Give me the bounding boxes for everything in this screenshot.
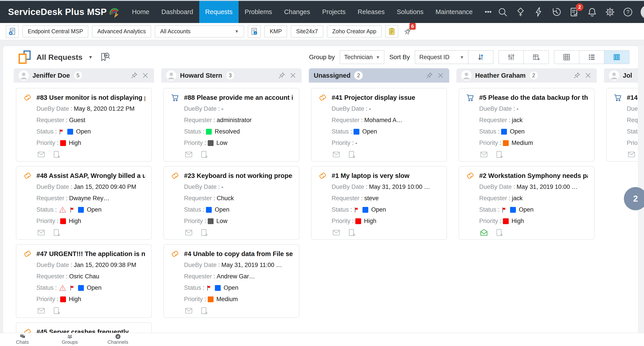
send-mail-icon[interactable]	[479, 150, 488, 159]
accounts-dropdown[interactable]: All Accounts ▼	[155, 25, 244, 37]
request-title[interactable]: #2 Workstation Symphony needs patch u…	[479, 172, 588, 179]
history-icon[interactable]	[551, 7, 562, 17]
request-card[interactable]: #23 Keyboard is not working properly Due…	[164, 166, 300, 240]
request-card[interactable]: #47 URGENT!!! The application is not sta…	[16, 244, 152, 318]
add-note-icon[interactable]	[494, 228, 504, 237]
kanban-column-header[interactable]: Unassigned 2	[309, 68, 449, 83]
pin-column-icon[interactable]	[130, 72, 138, 79]
zoho-creator-button[interactable]: Zoho Creator App	[327, 25, 382, 37]
settings-gear-icon[interactable]	[605, 7, 615, 17]
request-title[interactable]: #5 Please do the data backup for the spe…	[479, 94, 588, 101]
add-note-icon[interactable]	[347, 150, 356, 159]
dock-item-channels[interactable]: #Channels	[104, 334, 131, 345]
sort-direction-icon[interactable]	[468, 51, 493, 64]
nav-item-dashboard[interactable]: Dashboard	[156, 1, 199, 23]
add-note-icon[interactable]	[199, 228, 209, 237]
request-card[interactable]: #41 Projector display issue DueBy Date:-…	[311, 88, 447, 162]
account-info-icon[interactable]: i	[248, 25, 261, 38]
request-title[interactable]: #48 Assist ASAP, Wrongly billed a user	[36, 172, 145, 179]
request-title[interactable]: #4 Unable to copy data from File server	[184, 250, 293, 258]
request-card[interactable]: #88 Please provide me an account in our …	[164, 88, 300, 162]
nav-item-solutions[interactable]: Solutions	[391, 1, 429, 23]
request-title[interactable]: #23 Keyboard is not working properly	[184, 172, 293, 179]
site24x7-button[interactable]: Site24x7	[291, 25, 323, 37]
send-mail-icon[interactable]	[184, 228, 194, 237]
request-card[interactable]: #48 Assist ASAP, Wrongly billed a user D…	[16, 166, 152, 240]
send-mail-icon[interactable]	[36, 228, 46, 237]
custom-view-search-icon[interactable]	[98, 51, 111, 63]
pin-column-icon[interactable]	[278, 72, 286, 79]
close-column-icon[interactable]	[584, 72, 592, 79]
send-mail-icon[interactable]	[36, 150, 46, 159]
user-avatar[interactable]	[641, 5, 644, 19]
nav-item-more[interactable]: •••	[479, 1, 498, 23]
approvals-tasks-icon[interactable]: 2	[569, 7, 580, 17]
add-note-icon[interactable]	[199, 150, 209, 159]
filter-sliders-icon[interactable]	[499, 51, 524, 64]
add-note-icon[interactable]	[52, 228, 61, 237]
nav-item-projects[interactable]: Projects	[316, 1, 352, 23]
advanced-analytics-button[interactable]: Advanced Analytics	[92, 25, 151, 37]
request-card[interactable]: #14 P DueBy Date: Requester: Status: Pri…	[606, 88, 641, 162]
kmp-button[interactable]: KMP	[264, 25, 287, 37]
add-note-icon[interactable]	[199, 307, 209, 315]
send-mail-icon[interactable]	[627, 150, 636, 159]
view-title[interactable]: All Requests	[36, 53, 82, 62]
group-by-dropdown[interactable]: Technician ▼	[340, 50, 384, 64]
dueby-value: -	[516, 105, 518, 112]
send-mail-icon[interactable]	[332, 150, 341, 159]
request-card[interactable]: #4 Unable to copy data from File server …	[164, 244, 300, 318]
close-column-icon[interactable]	[437, 72, 444, 79]
request-card[interactable]: #5 Please do the data backup for the spe…	[459, 88, 594, 162]
sort-by-dropdown[interactable]: Request ID ▼	[415, 51, 468, 64]
kanban-column-header[interactable]: Howard Stern 3	[161, 68, 302, 83]
nav-item-home[interactable]: Home	[126, 1, 155, 23]
add-note-icon[interactable]	[494, 150, 504, 159]
add-note-icon[interactable]	[347, 228, 356, 237]
kanban-column-header[interactable]: Heather Graham 2	[456, 68, 597, 83]
grid-view-icon[interactable]	[554, 51, 579, 64]
list-view-icon[interactable]	[579, 51, 604, 64]
dock-item-groups[interactable]: Groups	[56, 334, 83, 345]
nav-item-changes[interactable]: Changes	[278, 1, 316, 23]
send-mail-icon[interactable]	[36, 307, 46, 315]
help-icon[interactable]: ?	[623, 7, 633, 17]
dock-item-chats[interactable]: Chats	[9, 334, 36, 345]
app-logo[interactable]: ServiceDesk Plus MSP	[8, 5, 120, 18]
request-title[interactable]: #88 Please provide me an account in our …	[184, 94, 293, 101]
send-mail-icon[interactable]	[332, 228, 341, 237]
send-mail-icon[interactable]	[184, 307, 194, 315]
nav-item-problems[interactable]: Problems	[238, 1, 278, 23]
send-mail-icon[interactable]	[479, 228, 488, 237]
nav-item-releases[interactable]: Releases	[352, 1, 391, 23]
kanban-column-header[interactable]: Jol	[604, 68, 641, 83]
add-column-icon[interactable]	[524, 51, 548, 64]
add-request-template-icon[interactable]	[6, 25, 19, 38]
pin-column-icon[interactable]	[573, 72, 581, 79]
send-mail-icon[interactable]	[184, 150, 194, 159]
nav-item-requests[interactable]: Requests	[199, 1, 239, 23]
whats-new-rocket-icon[interactable]: 6	[402, 26, 414, 37]
endpoint-central-button[interactable]: Endpoint Central MSP	[22, 25, 88, 37]
request-card[interactable]: #2 Workstation Symphony needs patch u… D…	[459, 166, 594, 240]
request-title[interactable]: #83 User monitor is not displaying prope…	[36, 94, 145, 101]
quick-create-icon[interactable]	[516, 7, 526, 17]
release-notes-clipboard-icon[interactable]	[385, 25, 398, 38]
kanban-view-icon[interactable]	[604, 51, 629, 64]
kanban-column-header[interactable]: Jeniffer Doe 5	[14, 68, 154, 83]
add-note-icon[interactable]	[52, 307, 61, 315]
request-title[interactable]: #41 Projector display issue	[332, 94, 415, 101]
close-column-icon[interactable]	[289, 72, 297, 79]
request-title[interactable]: #1 My laptop is very slow	[332, 172, 410, 179]
nav-item-maintenance[interactable]: Maintenance	[430, 1, 479, 23]
zia-lightning-icon[interactable]	[533, 7, 544, 17]
pin-column-icon[interactable]	[426, 72, 433, 79]
notifications-bell-icon[interactable]	[587, 7, 597, 17]
close-column-icon[interactable]	[142, 72, 149, 79]
request-card[interactable]: #1 My laptop is very slow DueBy Date:May…	[311, 166, 447, 240]
request-card[interactable]: #83 User monitor is not displaying prope…	[16, 88, 152, 162]
request-title[interactable]: #47 URGENT!!! The application is not sta…	[36, 250, 145, 258]
add-note-icon[interactable]	[52, 150, 61, 159]
search-icon[interactable]	[498, 7, 508, 17]
view-title-caret-icon[interactable]: ▼	[88, 55, 93, 60]
